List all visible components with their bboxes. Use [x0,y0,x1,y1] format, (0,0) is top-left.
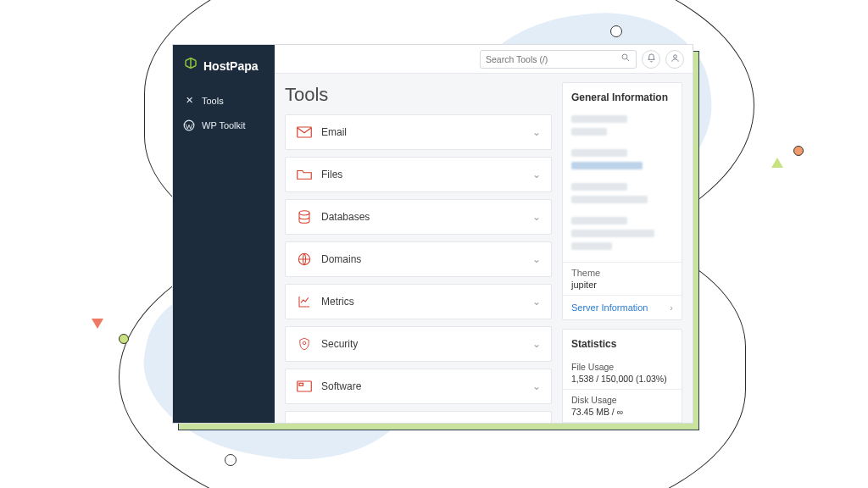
stat-label: Disk Usage [571,395,673,405]
bell-icon [647,53,656,65]
svg-point-5 [299,211,309,215]
stat-row: MySQL® Disk Usage0 bytes / ∞ [563,422,682,424]
left-column: Tools Email⌄Files⌄Databases⌄Domains⌄Metr… [285,82,552,414]
category-label: Databases [321,211,524,223]
statistics-title: Statistics [563,330,682,357]
general-info-panel: General Information [562,82,682,320]
chevron-down-icon: ⌄ [532,253,541,265]
right-column: General Information [562,82,682,414]
category-label: Metrics [321,296,524,308]
notifications-button[interactable] [642,50,660,69]
page-title: Tools [285,84,552,106]
search-icon [620,53,631,65]
content: Tools Email⌄Files⌄Databases⌄Domains⌄Metr… [275,74,693,423]
category-label: Advanced [321,423,524,424]
category-domains[interactable]: Domains⌄ [285,241,552,277]
category-software[interactable]: Software⌄ [285,369,552,404]
redacted-line [571,183,627,191]
brand-name: HostPapa [203,59,259,73]
theme-label: Theme [571,268,600,278]
svg-rect-9 [299,383,303,385]
redacted-line [571,230,654,237]
chevron-down-icon: ⌄ [532,126,541,138]
tools-icon: ✕ [183,95,195,106]
redacted-line [571,115,627,123]
redacted-line [571,196,648,203]
security-icon [296,336,313,352]
brand: HostPapa [173,45,275,88]
brand-logo-icon [183,57,198,75]
redacted-line [571,149,627,157]
redacted-line [571,217,627,225]
svg-point-7 [303,341,305,344]
account-button[interactable] [665,50,684,69]
general-info-body [563,115,682,262]
sidebar-item-tools[interactable]: ✕ Tools [173,88,275,113]
chevron-right-icon: › [670,302,673,313]
theme-row: Theme jupiter [563,262,682,295]
category-label: Software [321,380,524,392]
category-label: Domains [321,253,524,265]
domains-icon [296,252,313,267]
sidebar-item-label: WP Toolkit [202,120,246,130]
svg-point-1 [622,54,627,59]
sidebar-item-wp-toolkit[interactable]: WP Toolkit [173,113,275,138]
search-input[interactable] [486,54,620,64]
category-label: Files [321,169,524,180]
stat-row: Disk Usage73.45 MB / ∞ [563,389,682,422]
main-area: Tools Email⌄Files⌄Databases⌄Domains⌄Metr… [275,45,693,423]
user-icon [670,53,680,65]
stat-value: 1,538 / 150,000 (1.03%) [571,374,667,384]
metrics-icon [296,294,313,309]
files-icon [296,167,313,182]
redacted-line [571,128,607,136]
chevron-down-icon: ⌄ [532,211,541,223]
svg-rect-4 [298,127,312,137]
databases-icon [296,209,313,225]
category-metrics[interactable]: Metrics⌄ [285,284,552,319]
category-label: Security [321,338,524,350]
redacted-line [571,162,643,169]
search-box[interactable] [480,50,637,69]
stat-row: File Usage1,538 / 150,000 (1.03%) [563,357,682,389]
server-info-label: Server Information [571,302,648,313]
sidebar-item-label: Tools [202,96,224,106]
server-information-link[interactable]: Server Information › [563,295,682,319]
chevron-down-icon: ⌄ [532,296,541,308]
wordpress-icon [183,119,195,131]
chevron-down-icon: ⌄ [532,338,541,350]
category-label: Email [321,126,524,138]
general-info-title: General Information [563,83,682,110]
topbar [275,45,693,74]
email-icon [296,125,313,140]
svg-point-3 [673,54,676,58]
app-window: HostPapa ✕ Tools WP Toolkit [172,44,693,424]
chevron-down-icon: ⌄ [532,169,541,180]
category-files[interactable]: Files⌄ [285,157,552,192]
chevron-down-icon: ⌄ [532,380,541,392]
redacted-line [571,242,612,250]
category-advanced[interactable]: Advanced⌄ [285,411,552,424]
chevron-down-icon: ⌄ [532,423,541,424]
software-icon [296,379,313,394]
stat-label: File Usage [571,362,673,372]
advanced-icon [296,421,313,424]
svg-line-2 [626,58,629,61]
category-databases[interactable]: Databases⌄ [285,199,552,235]
theme-value: jupiter [571,280,673,290]
stat-value: 73.45 MB / ∞ [571,407,623,417]
statistics-panel: Statistics File Usage1,538 / 150,000 (1.… [562,329,682,424]
category-email[interactable]: Email⌄ [285,114,552,150]
sidebar: HostPapa ✕ Tools WP Toolkit [173,45,275,423]
category-security[interactable]: Security⌄ [285,326,552,362]
